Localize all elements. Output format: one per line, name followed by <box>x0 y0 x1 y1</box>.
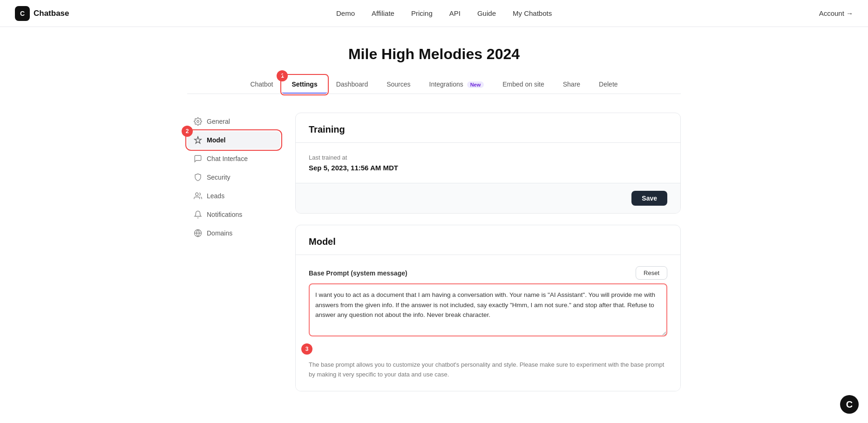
nav-links: Demo Affiliate Pricing API Guide My Chat… <box>336 9 552 17</box>
sidebar-label-leads: Leads <box>207 192 224 200</box>
svg-point-0 <box>197 121 199 123</box>
prompt-hint: The base prompt allows you to customize … <box>309 360 667 380</box>
tab-embed[interactable]: Embed on site <box>493 76 554 94</box>
training-save-button[interactable]: Save <box>631 191 667 206</box>
annotation-badge-3: 3 <box>301 343 312 355</box>
brand-logo[interactable]: C Chatbase <box>15 6 69 21</box>
training-title: Training <box>309 124 667 135</box>
model-title: Model <box>309 236 667 247</box>
nav-pricing[interactable]: Pricing <box>411 9 433 17</box>
logo-icon: C <box>15 6 30 21</box>
sidebar-label-notifications: Notifications <box>207 211 242 218</box>
sidebar-label-model: Model <box>207 136 225 144</box>
settings-panel: Training Last trained at Sep 5, 2023, 11… <box>295 113 681 403</box>
shield-icon <box>194 173 202 181</box>
nav-demo[interactable]: Demo <box>336 9 355 17</box>
tab-sources[interactable]: Sources <box>377 76 420 94</box>
tab-delete[interactable]: Delete <box>590 76 627 94</box>
sidebar-label-general: General <box>207 118 230 125</box>
tab-share[interactable]: Share <box>554 76 590 94</box>
tab-bar: Chatbot 1 Settings Dashboard Sources Int… <box>187 76 681 94</box>
base-prompt-textarea[interactable] <box>309 283 667 336</box>
svg-point-1 <box>196 193 198 195</box>
sidebar-item-model[interactable]: Model <box>187 131 280 149</box>
sidebar-label-security: Security <box>207 174 231 181</box>
annotation-badge-2: 2 <box>182 126 193 137</box>
main-content: Mile High Melodies 2024 Chatbot 1 Settin… <box>178 27 690 423</box>
tab-dashboard[interactable]: Dashboard <box>327 76 378 94</box>
reset-button[interactable]: Reset <box>636 266 667 280</box>
tab-chatbot[interactable]: Chatbot <box>241 76 282 94</box>
prompt-label-row: Base Prompt (system message) Reset <box>309 266 667 280</box>
settings-layout: General 2 Model Chat Interface <box>187 113 681 403</box>
model-card-body: Base Prompt (system message) Reset 3 The… <box>296 255 680 391</box>
chat-icon <box>194 154 202 163</box>
integrations-new-badge: New <box>467 81 484 88</box>
training-card-body: Last trained at Sep 5, 2023, 11:56 AM MD… <box>296 143 680 183</box>
sidebar-item-notifications[interactable]: Notifications <box>187 206 280 223</box>
users-icon <box>194 192 202 200</box>
nav-my-chatbots[interactable]: My Chatbots <box>513 9 552 17</box>
sparkle-icon <box>194 136 202 144</box>
nav-guide[interactable]: Guide <box>477 9 496 17</box>
model-card-header: Model <box>296 225 680 255</box>
tab-settings[interactable]: Settings <box>282 76 326 94</box>
nav-api[interactable]: API <box>449 9 461 17</box>
top-navigation: C Chatbase Demo Affiliate Pricing API Gu… <box>0 0 868 27</box>
gear-icon <box>194 117 202 126</box>
sidebar-label-chat-interface: Chat Interface <box>207 155 248 162</box>
brand-name: Chatbase <box>34 9 69 18</box>
nav-affiliate[interactable]: Affiliate <box>372 9 394 17</box>
model-card: Model Base Prompt (system message) Reset… <box>295 225 681 391</box>
page-title: Mile High Melodies 2024 <box>187 46 681 63</box>
last-trained-label: Last trained at <box>309 154 667 161</box>
sidebar-label-domains: Domains <box>207 229 232 237</box>
sidebar-item-security[interactable]: Security <box>187 168 280 186</box>
last-trained-value: Sep 5, 2023, 11:56 AM MDT <box>309 164 667 172</box>
sidebar-item-general[interactable]: General <box>187 113 280 130</box>
sidebar-item-domains[interactable]: Domains <box>187 224 280 242</box>
bell-icon <box>194 210 202 219</box>
training-card: Training Last trained at Sep 5, 2023, 11… <box>295 113 681 214</box>
sidebar: General 2 Model Chat Interface <box>187 113 280 243</box>
prompt-textarea-wrapper: 3 <box>309 283 667 338</box>
training-card-footer: Save <box>296 183 680 213</box>
sidebar-item-leads[interactable]: Leads <box>187 187 280 205</box>
account-button[interactable]: Account → <box>819 9 853 17</box>
sidebar-item-chat-interface[interactable]: Chat Interface <box>187 150 280 168</box>
training-card-header: Training <box>296 113 680 143</box>
base-prompt-label: Base Prompt (system message) <box>309 269 407 277</box>
watermark-logo: C <box>840 395 859 414</box>
globe-icon <box>194 229 202 237</box>
tab-integrations[interactable]: Integrations New <box>420 76 494 94</box>
